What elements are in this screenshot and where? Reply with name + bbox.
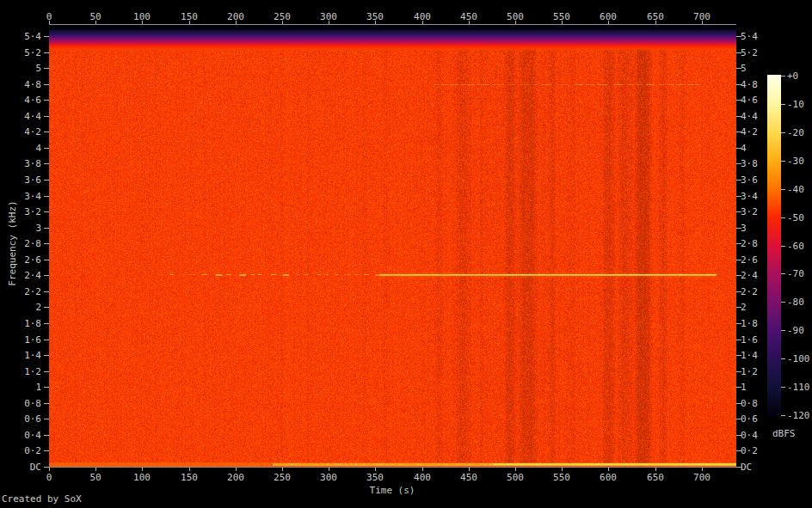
freq-tick-label-left: 4·4 [0,112,41,121]
time-tick-bottom [375,468,376,471]
freq-tick-left [44,307,49,308]
freq-tick-left [44,228,49,229]
freq-tick-label-right: 1·2 [741,367,758,376]
time-tick-label-top: 400 [414,12,431,21]
freq-tick-label-left: 1·2 [0,367,41,376]
time-tick-label-bottom: 200 [227,473,244,482]
freq-tick-label-right: 1·6 [741,335,758,345]
freq-tick-label-left: 1·8 [0,319,41,328]
time-tick-label-bottom: 350 [366,473,384,482]
freq-tick-label-left: 0·4 [0,431,41,440]
colorbar-tick-label: +0 [787,71,798,81]
freq-tick-label-left: 0·8 [0,399,41,408]
spectrogram-canvas [49,25,736,467]
freq-tick-label-left: 4·2 [0,127,41,137]
freq-tick-label-right: DC [741,462,752,472]
colorbar-tick [781,161,785,162]
freq-tick-label-left: 5 [0,64,41,73]
time-tick-label-top: 500 [507,12,524,21]
freq-tick-label-right: 2·8 [741,239,758,248]
time-tick-label-top: 700 [693,12,710,21]
colorbar-tick-label: -40 [787,185,804,194]
freq-tick-left [44,450,49,451]
freq-tick-label-left: 4·8 [0,80,41,89]
freq-tick-label-right: 1·4 [741,351,758,360]
time-tick-bottom [515,468,516,471]
colorbar-tick [781,415,785,416]
time-tick-label-top: 450 [460,12,477,21]
time-tick-label-bottom: 250 [274,473,291,482]
colorbar-tick [781,330,785,331]
colorbar-tick-label: -70 [787,269,804,278]
freq-tick-left [44,84,49,85]
freq-tick-label-right: 3·2 [741,207,758,217]
time-tick-label-bottom: 700 [693,473,710,482]
freq-tick-label-right: 4·8 [741,80,758,89]
freq-tick-label-right: 2·6 [741,255,758,265]
freq-tick-label-left: 3·4 [0,192,41,201]
time-tick-label-bottom: 550 [553,473,570,482]
colorbar-tick [781,104,785,105]
freq-tick-left [44,163,49,164]
time-tick-bottom [608,468,609,471]
time-tick-label-top: 350 [366,12,384,21]
freq-tick-left [44,355,49,356]
freq-tick-left [44,68,49,69]
freq-tick-label-left: 1·4 [0,351,41,360]
freq-tick-label-left: 1·6 [0,335,41,345]
freq-tick-label-right: 4·2 [741,127,758,137]
freq-tick-left [44,435,49,436]
time-tick-bottom [702,468,703,471]
freq-tick-label-left: 4·6 [0,95,41,105]
freq-tick-left [44,196,49,197]
freq-tick-label-right: 1·8 [741,319,758,328]
freq-tick-label-right: 5 [741,64,747,73]
colorbar-tick-label: -80 [787,297,804,307]
freq-tick-label-right: 5·2 [741,48,758,58]
colorbar-tick-label: -30 [787,156,804,166]
sox-spectrogram: 0050501001001501502002002502503003003503… [0,0,812,508]
freq-tick-label-left: 1 [0,383,41,392]
freq-tick-left [44,100,49,101]
colorbar-tick [781,273,785,274]
freq-tick-label-left: 0·2 [0,446,41,456]
colorbar-unit-label: dBFS [772,429,796,438]
colorbar-tick [781,246,785,247]
freq-tick-left [44,36,49,37]
freq-tick-label-left: 2·2 [0,287,41,297]
freq-tick-label-right: 3·8 [741,159,758,168]
time-tick-bottom [469,468,470,471]
colorbar-gradient [767,75,781,417]
freq-tick-label-left: 5·2 [0,48,41,58]
time-tick-bottom [562,468,563,471]
freq-tick-label-right: 2·4 [741,271,758,280]
bottom-axis-line [49,467,736,468]
time-tick-bottom [49,468,50,471]
freq-tick-left [44,52,49,53]
freq-tick-label-left: 3·6 [0,175,41,185]
time-tick-label-bottom: 0 [46,473,52,482]
freq-tick-left [44,323,49,324]
freq-tick-label-right: 5·4 [741,32,758,41]
freq-tick-label-right: 4 [741,144,747,153]
freq-tick-label-right: 3·6 [741,175,758,185]
colorbar-tick-label: -100 [787,354,810,364]
time-tick-label-top: 150 [181,12,198,21]
colorbar-tick [781,387,785,388]
freq-tick-left [44,467,49,468]
sox-credit: Created by SoX [2,494,82,504]
freq-tick-label-left: 4 [0,144,41,153]
freq-tick-label-right: 0·8 [741,399,758,408]
time-tick-label-bottom: 50 [89,473,101,482]
time-tick-bottom [142,468,143,471]
colorbar-tick-label: -120 [787,411,810,420]
time-tick-label-bottom: 600 [600,473,617,482]
freq-tick-label-right: 3 [741,223,747,233]
time-tick-label-top: 600 [600,12,617,21]
top-axis-line [49,24,736,25]
freq-tick-left [44,387,49,388]
freq-tick-left [44,116,49,117]
time-tick-bottom [236,468,237,471]
freq-tick-left [44,340,49,340]
time-tick-bottom [329,468,329,471]
